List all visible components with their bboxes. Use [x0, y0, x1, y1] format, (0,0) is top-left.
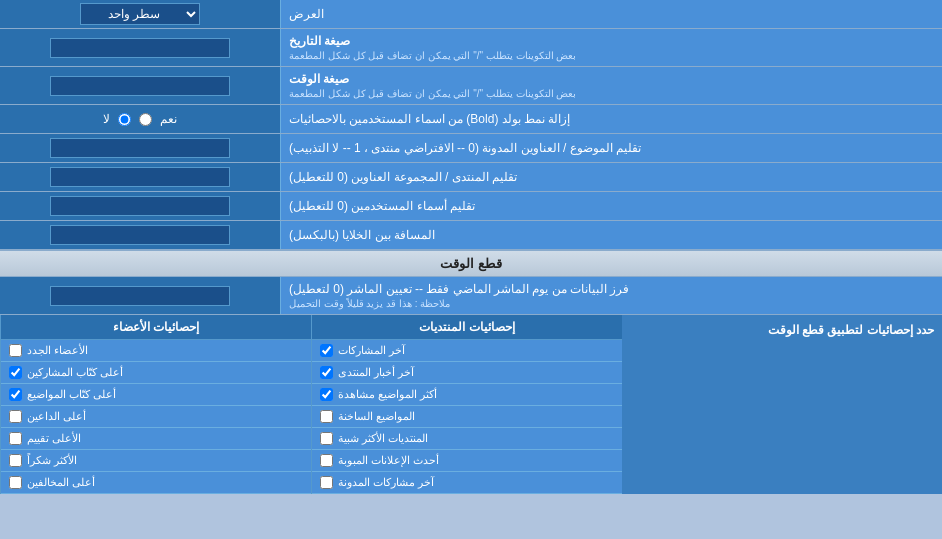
stats-item-col2-6-label: أعلى المخالفين — [27, 476, 95, 489]
stats-item-col2-1-label: أعلى كتّاب المشاركين — [27, 366, 123, 379]
topic-title-label: تقليم الموضوع / العناوين المدونة (0 -- ا… — [280, 134, 942, 162]
stats-item-col2-3: أعلى الداعين — [1, 406, 311, 428]
cell-spacing-input[interactable]: 2 — [50, 225, 230, 245]
stats-checkbox-col1-1[interactable] — [320, 366, 333, 379]
stats-checkbox-col2-6[interactable] — [9, 476, 22, 489]
time-cut-input[interactable]: 0 — [50, 286, 230, 306]
stats-item-col2-4-label: الأعلى تقييم — [27, 432, 81, 445]
stats-limit-label: حدد إحصائيات لتطبيق قطع الوقت — [768, 323, 934, 337]
stats-col2-header: إحصائيات الأعضاء — [1, 315, 311, 340]
stats-item-col2-1: أعلى كتّاب المشاركين — [1, 362, 311, 384]
stats-item-col2-0-label: الأعضاء الجدد — [27, 344, 88, 357]
stats-item-col2-5-label: الأكثر شكراً — [27, 454, 77, 467]
cell-spacing-input-area: 2 — [0, 221, 280, 249]
date-format-label-1: صيغة التاريخ — [289, 34, 350, 48]
stats-limit-col: حدد إحصائيات لتطبيق قطع الوقت — [622, 315, 942, 494]
topic-title-input[interactable]: 33 — [50, 138, 230, 158]
stats-col2-items: الأعضاء الجدد أعلى كتّاب المشاركين أعلى … — [1, 340, 311, 494]
stats-item-col1-3-label: المواضيع الساخنة — [338, 410, 415, 423]
username-limit-input[interactable]: 0 — [50, 196, 230, 216]
stats-checkbox-col1-5[interactable] — [320, 454, 333, 467]
stats-col1-items: آخر المشاركات آخر أخبار المنتدى أكثر الم… — [312, 340, 622, 494]
topic-title-label-text: تقليم الموضوع / العناوين المدونة (0 -- ا… — [289, 141, 641, 155]
remove-bold-input-area: نعم لا — [0, 105, 280, 133]
stats-item-col1-6-label: آخر مشاركات المدونة — [338, 476, 434, 489]
stats-item-col2-0: الأعضاء الجدد — [1, 340, 311, 362]
date-format-input-area: d-m — [0, 29, 280, 66]
forum-title-input[interactable]: 33 — [50, 167, 230, 187]
time-cut-label-2: ملاحظة : هذا قد يزيد قليلاً وقت التحميل — [289, 298, 450, 309]
header-input-area: سطر واحد سطرين ثلاثة أسطر — [0, 0, 280, 28]
radio-yes-bold[interactable] — [139, 113, 152, 126]
radio-group-bold: نعم لا — [103, 112, 177, 126]
stats-checkbox-col2-2[interactable] — [9, 388, 22, 401]
time-format-row: صيغة الوقت بعض التكوينات يتطلب "/" التي … — [0, 67, 942, 105]
time-cut-input-area: 0 — [0, 277, 280, 314]
stats-checkbox-col2-5[interactable] — [9, 454, 22, 467]
stats-checkbox-col1-3[interactable] — [320, 410, 333, 423]
username-limit-row: تقليم أسماء المستخدمين (0 للتعطيل) 0 — [0, 192, 942, 221]
stats-col-2: إحصائيات الأعضاء الأعضاء الجدد أعلى كتّا… — [0, 315, 311, 494]
stats-item-col1-0: آخر المشاركات — [312, 340, 622, 362]
topic-title-row: تقليم الموضوع / العناوين المدونة (0 -- ا… — [0, 134, 942, 163]
stats-item-col1-6: آخر مشاركات المدونة — [312, 472, 622, 494]
stats-item-col1-5-label: أحدث الإعلانات المبوبة — [338, 454, 439, 467]
remove-bold-label: إزالة نمط بولد (Bold) من اسماء المستخدمي… — [280, 105, 942, 133]
cell-spacing-label: المسافة بين الخلايا (بالبكسل) — [280, 221, 942, 249]
stats-item-col2-2-label: أعلى كتّاب المواضيع — [27, 388, 116, 401]
time-format-label-1: صيغة الوقت — [289, 72, 349, 86]
display-dropdown[interactable]: سطر واحد سطرين ثلاثة أسطر — [80, 3, 200, 25]
date-format-input[interactable]: d-m — [50, 38, 230, 58]
time-cut-section-header: قطع الوقت — [0, 250, 942, 277]
time-cut-label-1: فرز البيانات من يوم الماشر الماضي فقط --… — [289, 282, 629, 296]
stats-item-col1-2: أكثر المواضيع مشاهدة — [312, 384, 622, 406]
stats-col-1: إحصائيات المنتديات آخر المشاركات آخر أخب… — [311, 315, 622, 494]
stats-checkbox-col2-3[interactable] — [9, 410, 22, 423]
stats-checkbox-col1-2[interactable] — [320, 388, 333, 401]
stats-item-col2-3-label: أعلى الداعين — [27, 410, 86, 423]
stats-checkbox-col2-0[interactable] — [9, 344, 22, 357]
time-format-input[interactable]: H:i — [50, 76, 230, 96]
date-format-label-2: بعض التكوينات يتطلب "/" التي يمكن ان تضا… — [289, 50, 576, 61]
stats-item-col1-0-label: آخر المشاركات — [338, 344, 405, 357]
username-limit-label-text: تقليم أسماء المستخدمين (0 للتعطيل) — [289, 199, 475, 213]
stats-checkbox-col1-6[interactable] — [320, 476, 333, 489]
stats-item-col2-2: أعلى كتّاب المواضيع — [1, 384, 311, 406]
stats-item-col2-5: الأكثر شكراً — [1, 450, 311, 472]
radio-yes-label: نعم — [160, 112, 177, 126]
topic-title-input-area: 33 — [0, 134, 280, 162]
main-container: العرض سطر واحد سطرين ثلاثة أسطر صيغة الت… — [0, 0, 942, 494]
stats-item-col1-4: المنتديات الأكثر شبية — [312, 428, 622, 450]
forum-title-label-text: تقليم المنتدى / المجموعة العناوين (0 للت… — [289, 170, 517, 184]
cell-spacing-label-text: المسافة بين الخلايا (بالبكسل) — [289, 228, 435, 242]
stats-item-col2-6: أعلى المخالفين — [1, 472, 311, 494]
time-format-input-area: H:i — [0, 67, 280, 104]
cell-spacing-row: المسافة بين الخلايا (بالبكسل) 2 — [0, 221, 942, 250]
username-limit-input-area: 0 — [0, 192, 280, 220]
time-format-label: صيغة الوقت بعض التكوينات يتطلب "/" التي … — [280, 67, 942, 104]
remove-bold-row: إزالة نمط بولد (Bold) من اسماء المستخدمي… — [0, 105, 942, 134]
stats-item-col1-1: آخر أخبار المنتدى — [312, 362, 622, 384]
stats-section: حدد إحصائيات لتطبيق قطع الوقت إحصائيات ا… — [0, 315, 942, 494]
radio-no-bold[interactable] — [118, 113, 131, 126]
forum-title-label: تقليم المنتدى / المجموعة العناوين (0 للت… — [280, 163, 942, 191]
radio-no-label: لا — [103, 112, 110, 126]
stats-checkbox-col1-4[interactable] — [320, 432, 333, 445]
forum-title-row: تقليم المنتدى / المجموعة العناوين (0 للت… — [0, 163, 942, 192]
stats-checkbox-col2-4[interactable] — [9, 432, 22, 445]
stats-item-col1-1-label: آخر أخبار المنتدى — [338, 366, 414, 379]
date-format-row: صيغة التاريخ بعض التكوينات يتطلب "/" الت… — [0, 29, 942, 67]
header-row: العرض سطر واحد سطرين ثلاثة أسطر — [0, 0, 942, 29]
time-cut-label: فرز البيانات من يوم الماشر الماضي فقط --… — [280, 277, 942, 314]
header-label-text: العرض — [289, 7, 324, 21]
stats-item-col1-3: المواضيع الساخنة — [312, 406, 622, 428]
time-cut-header-text: قطع الوقت — [440, 256, 502, 271]
time-format-label-2: بعض التكوينات يتطلب "/" التي يمكن ان تضا… — [289, 88, 576, 99]
stats-checkbox-col2-1[interactable] — [9, 366, 22, 379]
stats-item-col1-5: أحدث الإعلانات المبوبة — [312, 450, 622, 472]
stats-item-col1-2-label: أكثر المواضيع مشاهدة — [338, 388, 437, 401]
date-format-label: صيغة التاريخ بعض التكوينات يتطلب "/" الت… — [280, 29, 942, 66]
forum-title-input-area: 33 — [0, 163, 280, 191]
remove-bold-label-text: إزالة نمط بولد (Bold) من اسماء المستخدمي… — [289, 112, 570, 126]
stats-checkbox-col1-0[interactable] — [320, 344, 333, 357]
